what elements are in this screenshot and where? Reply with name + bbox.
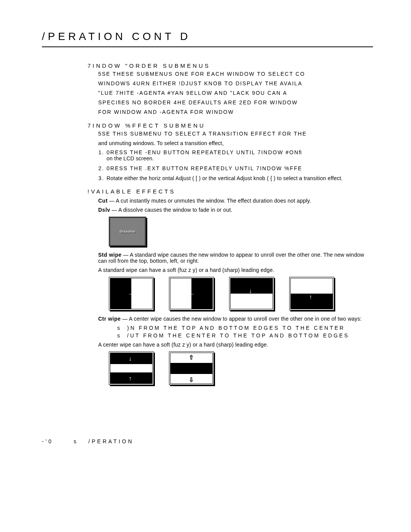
- ctr-wipe-bullets: s)N FROM THE TOP AND BOTTOM EDGES TO THE…: [117, 325, 373, 339]
- heading-available-effects: !VAILABLE EFFECTS: [88, 188, 373, 195]
- arrow-left-icon: ←: [189, 291, 195, 297]
- center-wipe-out-icon: ⇧ ⇩: [169, 351, 214, 385]
- center-wipe-in-icon: ↓ ↑: [109, 351, 154, 385]
- arrow-up-icon: ⇧: [189, 354, 194, 361]
- effects-list: Cut — A cut instantly mutes or unmutes t…: [98, 198, 373, 385]
- arrow-down-icon: ↓: [129, 355, 132, 362]
- arrow-down-icon: ⇩: [189, 376, 194, 383]
- para: "LUE 7HITE -AGENTA #YAN 9ELLOW AND "LACK…: [98, 89, 373, 97]
- footer-mid: s: [73, 438, 78, 444]
- heading-window-border: 7INDOW "ORDER SUBMENUS: [88, 62, 373, 69]
- arrow-right-icon: →: [128, 291, 134, 297]
- dissolve-caption: Dissolve: [119, 230, 135, 233]
- bullet-in: s)N FROM THE TOP AND BOTTOM EDGES TO THE…: [117, 325, 373, 331]
- ctr-wipe-diagrams: ↓ ↑ ⇧ ⇩: [109, 351, 373, 385]
- para: 5SE THIS SUBMENU TO SELECT A TRANSITION …: [98, 130, 373, 137]
- bullet-out: s/UT FROM THE CENTER TO THE TOP AND BOTT…: [117, 332, 373, 339]
- step-2: 0RESS THE .EXT BUTTON REPEATEDLY UNTIL 7…: [107, 165, 373, 171]
- steps-list: 0RESS THE -ENU BUTTON REPEATEDLY UNTIL 7…: [98, 149, 373, 181]
- para: 5SE THESE SUBMENUS ONE FOR EACH WINDOW T…: [98, 70, 373, 78]
- dissolve-diagram: Dissolve: [109, 217, 146, 246]
- ctr-wipe-note: A center wipe can have a soft (fuz z y) …: [98, 342, 373, 348]
- effect-ctr-wipe: Ctr wipe — A center wipe causes the new …: [98, 316, 373, 322]
- step-1: 0RESS THE -ENU BUTTON REPEATEDLY UNTIL 7…: [107, 149, 373, 161]
- page-footer: -'0 s /PERATION: [42, 438, 373, 444]
- effect-dissolve: Dslv — A dissolve causes the window to f…: [98, 207, 373, 213]
- std-wipe-note: A standard wipe can have a soft (fuz z y…: [98, 267, 373, 273]
- wipe-from-bottom-icon: ↑: [289, 277, 334, 310]
- wipe-from-top-icon: ↓: [229, 277, 274, 310]
- content-column: 7INDOW "ORDER SUBMENUS 5SE THESE SUBMENU…: [88, 62, 373, 385]
- para: WINDOWS 4URN EITHER !DJUST KNOB TO DISPL…: [98, 80, 373, 87]
- wipe-from-left-icon: →: [109, 277, 154, 310]
- effect-cut: Cut — A cut instantly mutes or unmutes t…: [98, 198, 373, 204]
- step-3: Rotate either the horiz ontal Adjust ( […: [107, 175, 373, 181]
- heading-window-effect: 7INDOW %FFECT SUBMENU: [88, 122, 373, 129]
- para: SPECIﬁES NO BORDER 4HE DEFAULTS ARE 2ED …: [98, 99, 373, 106]
- arrow-down-icon: ↓: [249, 288, 252, 294]
- page-root: /PERATION CONT D 7INDOW "ORDER SUBMENUS …: [0, 0, 411, 460]
- wipe-from-right-icon: ←: [169, 277, 214, 310]
- arrow-up-icon: ↑: [309, 294, 312, 300]
- para: FOR WINDOW AND -AGENTA FOR WINDOW: [98, 109, 373, 116]
- footer-right: /PERATION: [88, 438, 134, 444]
- para: and unmuting windows. To select a transi…: [98, 140, 373, 147]
- footer-left: -'0: [42, 438, 53, 444]
- effect-std-wipe: Std wipe — A standard wipe causes the ne…: [98, 252, 373, 264]
- page-title: /PERATION CONT D: [42, 30, 373, 43]
- title-rule: [42, 46, 373, 47]
- std-wipe-diagrams: → ← ↓ ↑: [109, 277, 373, 310]
- arrow-up-icon: ↑: [129, 375, 132, 382]
